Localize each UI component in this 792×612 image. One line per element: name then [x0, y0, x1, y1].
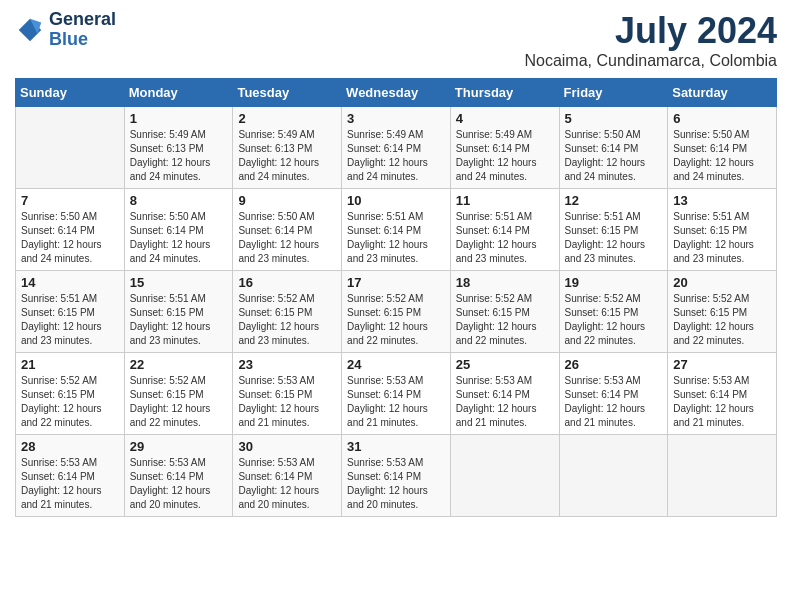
- calendar-cell: 16 Sunrise: 5:52 AM Sunset: 6:15 PM Dayl…: [233, 271, 342, 353]
- daylight-text: Daylight: 12 hours and 23 minutes.: [673, 239, 754, 264]
- calendar-cell: [559, 435, 668, 517]
- sunset-text: Sunset: 6:15 PM: [565, 225, 639, 236]
- calendar-cell: 2 Sunrise: 5:49 AM Sunset: 6:13 PM Dayli…: [233, 107, 342, 189]
- title-section: July 2024 Nocaima, Cundinamarca, Colombi…: [524, 10, 777, 70]
- daylight-text: Daylight: 12 hours and 21 minutes.: [456, 403, 537, 428]
- day-info: Sunrise: 5:53 AM Sunset: 6:14 PM Dayligh…: [673, 374, 771, 430]
- daylight-text: Daylight: 12 hours and 21 minutes.: [238, 403, 319, 428]
- daylight-text: Daylight: 12 hours and 24 minutes.: [130, 239, 211, 264]
- sunset-text: Sunset: 6:15 PM: [456, 307, 530, 318]
- daylight-text: Daylight: 12 hours and 20 minutes.: [347, 485, 428, 510]
- header-wednesday: Wednesday: [342, 79, 451, 107]
- calendar-cell: 29 Sunrise: 5:53 AM Sunset: 6:14 PM Dayl…: [124, 435, 233, 517]
- sunrise-text: Sunrise: 5:50 AM: [238, 211, 314, 222]
- day-info: Sunrise: 5:53 AM Sunset: 6:14 PM Dayligh…: [565, 374, 663, 430]
- sunset-text: Sunset: 6:14 PM: [456, 143, 530, 154]
- calendar-cell: 27 Sunrise: 5:53 AM Sunset: 6:14 PM Dayl…: [668, 353, 777, 435]
- daylight-text: Daylight: 12 hours and 22 minutes.: [347, 321, 428, 346]
- daylight-text: Daylight: 12 hours and 20 minutes.: [238, 485, 319, 510]
- calendar-cell: 12 Sunrise: 5:51 AM Sunset: 6:15 PM Dayl…: [559, 189, 668, 271]
- sunset-text: Sunset: 6:13 PM: [130, 143, 204, 154]
- week-row-4: 28 Sunrise: 5:53 AM Sunset: 6:14 PM Dayl…: [16, 435, 777, 517]
- calendar-cell: 11 Sunrise: 5:51 AM Sunset: 6:14 PM Dayl…: [450, 189, 559, 271]
- day-info: Sunrise: 5:50 AM Sunset: 6:14 PM Dayligh…: [238, 210, 336, 266]
- daylight-text: Daylight: 12 hours and 21 minutes.: [565, 403, 646, 428]
- calendar-cell: 28 Sunrise: 5:53 AM Sunset: 6:14 PM Dayl…: [16, 435, 125, 517]
- sunrise-text: Sunrise: 5:50 AM: [21, 211, 97, 222]
- daylight-text: Daylight: 12 hours and 22 minutes.: [130, 403, 211, 428]
- daylight-text: Daylight: 12 hours and 24 minutes.: [21, 239, 102, 264]
- day-info: Sunrise: 5:51 AM Sunset: 6:15 PM Dayligh…: [673, 210, 771, 266]
- calendar-body: 1 Sunrise: 5:49 AM Sunset: 6:13 PM Dayli…: [16, 107, 777, 517]
- logo: General Blue: [15, 10, 116, 50]
- sunrise-text: Sunrise: 5:52 AM: [21, 375, 97, 386]
- daylight-text: Daylight: 12 hours and 23 minutes.: [238, 321, 319, 346]
- sunrise-text: Sunrise: 5:51 AM: [21, 293, 97, 304]
- sunset-text: Sunset: 6:14 PM: [673, 389, 747, 400]
- sunrise-text: Sunrise: 5:50 AM: [565, 129, 641, 140]
- header-saturday: Saturday: [668, 79, 777, 107]
- daylight-text: Daylight: 12 hours and 21 minutes.: [21, 485, 102, 510]
- header-tuesday: Tuesday: [233, 79, 342, 107]
- logo-text: General Blue: [49, 10, 116, 50]
- sunrise-text: Sunrise: 5:52 AM: [456, 293, 532, 304]
- sunset-text: Sunset: 6:14 PM: [130, 225, 204, 236]
- calendar-cell: 13 Sunrise: 5:51 AM Sunset: 6:15 PM Dayl…: [668, 189, 777, 271]
- day-info: Sunrise: 5:49 AM Sunset: 6:14 PM Dayligh…: [347, 128, 445, 184]
- daylight-text: Daylight: 12 hours and 23 minutes.: [238, 239, 319, 264]
- calendar-cell: 25 Sunrise: 5:53 AM Sunset: 6:14 PM Dayl…: [450, 353, 559, 435]
- calendar-cell: 10 Sunrise: 5:51 AM Sunset: 6:14 PM Dayl…: [342, 189, 451, 271]
- day-info: Sunrise: 5:51 AM Sunset: 6:15 PM Dayligh…: [21, 292, 119, 348]
- sunrise-text: Sunrise: 5:51 AM: [456, 211, 532, 222]
- sunrise-text: Sunrise: 5:53 AM: [21, 457, 97, 468]
- daylight-text: Daylight: 12 hours and 22 minutes.: [21, 403, 102, 428]
- sunset-text: Sunset: 6:15 PM: [238, 307, 312, 318]
- calendar-cell: 26 Sunrise: 5:53 AM Sunset: 6:14 PM Dayl…: [559, 353, 668, 435]
- logo-icon: [15, 15, 45, 45]
- sunset-text: Sunset: 6:14 PM: [21, 225, 95, 236]
- calendar-cell: 8 Sunrise: 5:50 AM Sunset: 6:14 PM Dayli…: [124, 189, 233, 271]
- sunrise-text: Sunrise: 5:52 AM: [565, 293, 641, 304]
- day-number: 24: [347, 357, 445, 372]
- sunset-text: Sunset: 6:15 PM: [565, 307, 639, 318]
- day-info: Sunrise: 5:49 AM Sunset: 6:13 PM Dayligh…: [238, 128, 336, 184]
- sunset-text: Sunset: 6:15 PM: [673, 225, 747, 236]
- day-info: Sunrise: 5:52 AM Sunset: 6:15 PM Dayligh…: [347, 292, 445, 348]
- day-info: Sunrise: 5:52 AM Sunset: 6:15 PM Dayligh…: [673, 292, 771, 348]
- day-info: Sunrise: 5:52 AM Sunset: 6:15 PM Dayligh…: [565, 292, 663, 348]
- day-info: Sunrise: 5:53 AM Sunset: 6:15 PM Dayligh…: [238, 374, 336, 430]
- sunrise-text: Sunrise: 5:49 AM: [347, 129, 423, 140]
- sunset-text: Sunset: 6:15 PM: [347, 307, 421, 318]
- day-number: 2: [238, 111, 336, 126]
- location-title: Nocaima, Cundinamarca, Colombia: [524, 52, 777, 70]
- sunset-text: Sunset: 6:13 PM: [238, 143, 312, 154]
- calendar-cell: 1 Sunrise: 5:49 AM Sunset: 6:13 PM Dayli…: [124, 107, 233, 189]
- day-info: Sunrise: 5:53 AM Sunset: 6:14 PM Dayligh…: [456, 374, 554, 430]
- sunrise-text: Sunrise: 5:52 AM: [130, 375, 206, 386]
- calendar-cell: 24 Sunrise: 5:53 AM Sunset: 6:14 PM Dayl…: [342, 353, 451, 435]
- day-info: Sunrise: 5:53 AM Sunset: 6:14 PM Dayligh…: [347, 374, 445, 430]
- sunset-text: Sunset: 6:14 PM: [238, 225, 312, 236]
- day-number: 17: [347, 275, 445, 290]
- day-info: Sunrise: 5:52 AM Sunset: 6:15 PM Dayligh…: [456, 292, 554, 348]
- calendar-table: Sunday Monday Tuesday Wednesday Thursday…: [15, 78, 777, 517]
- sunrise-text: Sunrise: 5:49 AM: [456, 129, 532, 140]
- month-title: July 2024: [524, 10, 777, 52]
- week-row-1: 7 Sunrise: 5:50 AM Sunset: 6:14 PM Dayli…: [16, 189, 777, 271]
- week-row-3: 21 Sunrise: 5:52 AM Sunset: 6:15 PM Dayl…: [16, 353, 777, 435]
- sunrise-text: Sunrise: 5:53 AM: [238, 457, 314, 468]
- calendar-cell: 4 Sunrise: 5:49 AM Sunset: 6:14 PM Dayli…: [450, 107, 559, 189]
- day-info: Sunrise: 5:53 AM Sunset: 6:14 PM Dayligh…: [21, 456, 119, 512]
- calendar-cell: 18 Sunrise: 5:52 AM Sunset: 6:15 PM Dayl…: [450, 271, 559, 353]
- day-info: Sunrise: 5:51 AM Sunset: 6:15 PM Dayligh…: [130, 292, 228, 348]
- sunrise-text: Sunrise: 5:51 AM: [130, 293, 206, 304]
- sunset-text: Sunset: 6:14 PM: [565, 143, 639, 154]
- sunrise-text: Sunrise: 5:53 AM: [565, 375, 641, 386]
- daylight-text: Daylight: 12 hours and 22 minutes.: [565, 321, 646, 346]
- header-row: Sunday Monday Tuesday Wednesday Thursday…: [16, 79, 777, 107]
- sunset-text: Sunset: 6:15 PM: [130, 389, 204, 400]
- day-number: 18: [456, 275, 554, 290]
- day-number: 29: [130, 439, 228, 454]
- calendar-cell: 21 Sunrise: 5:52 AM Sunset: 6:15 PM Dayl…: [16, 353, 125, 435]
- day-info: Sunrise: 5:49 AM Sunset: 6:14 PM Dayligh…: [456, 128, 554, 184]
